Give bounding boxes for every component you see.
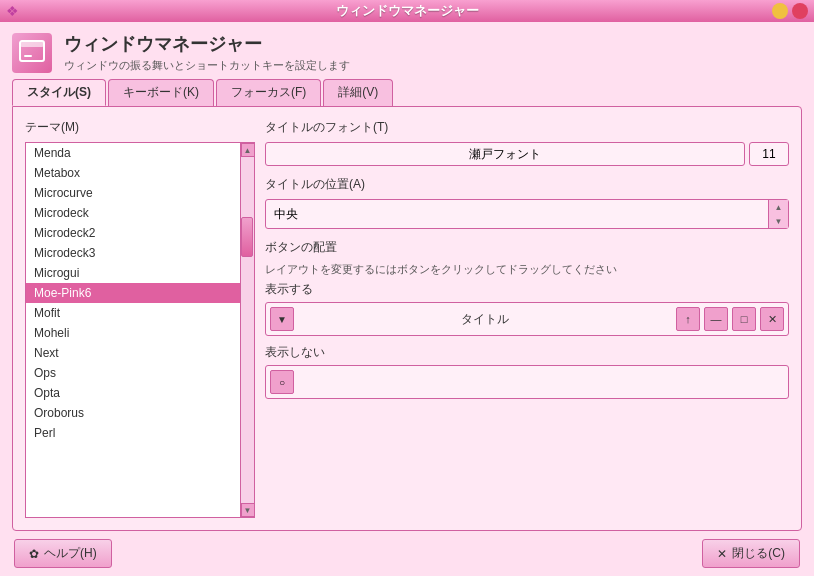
list-item[interactable]: Microdeck2 (26, 223, 240, 243)
button-arrangement-label: ボタンの配置 (265, 239, 789, 256)
app-title: ウィンドウマネージャー (64, 32, 350, 56)
theme-list[interactable]: MendaMetaboxMicrocurveMicrodeckMicrodeck… (26, 143, 240, 517)
arrow-down-btn[interactable]: ▼ (769, 214, 788, 228)
close-label: 閉じる(C) (732, 545, 785, 562)
minimize-button[interactable] (772, 3, 788, 19)
close-button[interactable]: ✕ 閉じる(C) (702, 539, 800, 568)
dropdown-btn[interactable]: ▼ (270, 307, 294, 331)
list-item[interactable]: Microdeck (26, 203, 240, 223)
help-button[interactable]: ✿ ヘルプ(H) (14, 539, 112, 568)
show-label: 表示する (265, 281, 789, 298)
arrangement-desc: レイアウトを変更するにはボタンをクリックしてドラッグしてください (265, 262, 789, 277)
app-icon (12, 33, 52, 73)
footer: ✿ ヘルプ(H) ✕ 閉じる(C) (0, 531, 814, 576)
titlebar: ❖ ウィンドウマネージャー (0, 0, 814, 22)
scrollbar: ▲ ▼ (240, 143, 254, 517)
app-title-block: ウィンドウマネージャー ウィンドウの振る舞いとショートカットキーを設定します (64, 32, 350, 73)
position-value: 中央 (266, 201, 768, 228)
btn-square-icon[interactable]: □ (732, 307, 756, 331)
list-item[interactable]: Moheli (26, 323, 240, 343)
list-item[interactable]: Microcurve (26, 183, 240, 203)
show-button-row: ▼ タイトル ↑ — □ ✕ (265, 302, 789, 336)
circle-btn[interactable]: ○ (270, 370, 294, 394)
list-item[interactable]: Mofit (26, 303, 240, 323)
theme-list-container: MendaMetaboxMicrocurveMicrodeckMicrodeck… (25, 142, 255, 518)
btn-up-icon[interactable]: ↑ (676, 307, 700, 331)
theme-section-label: テーマ(M) (25, 119, 255, 136)
arrow-up-btn[interactable]: ▲ (769, 200, 788, 214)
app-icon-small: ❖ (6, 3, 19, 19)
position-section-label: タイトルの位置(A) (265, 176, 789, 193)
right-panel: タイトルのフォント(T) タイトルの位置(A) 中央 ▲ ▼ (265, 119, 789, 518)
app-header: ウィンドウマネージャー ウィンドウの振る舞いとショートカットキーを設定します (0, 22, 814, 79)
svg-rect-2 (24, 55, 32, 57)
button-arrangement-section: ボタンの配置 レイアウトを変更するにはボタンをクリックしてドラッグしてください … (265, 239, 789, 399)
left-panel: テーマ(M) MendaMetaboxMicrocurveMicrodeckMi… (25, 119, 255, 518)
hide-label: 表示しない (265, 344, 789, 361)
main-window: ウィンドウマネージャー ウィンドウの振る舞いとショートカットキーを設定します ス… (0, 22, 814, 576)
tab-detail[interactable]: 詳細(V) (323, 79, 393, 106)
btn-minus-icon[interactable]: — (704, 307, 728, 331)
scroll-down-btn[interactable]: ▼ (241, 503, 255, 517)
tab-focus[interactable]: フォーカス(F) (216, 79, 321, 106)
app-subtitle: ウィンドウの振る舞いとショートカットキーを設定します (64, 58, 350, 73)
scroll-track (241, 157, 254, 503)
help-label: ヘルプ(H) (44, 545, 97, 562)
tab-style[interactable]: スタイル(S) (12, 79, 106, 106)
hide-button-row: ○ (265, 365, 789, 399)
list-item[interactable]: Ops (26, 363, 240, 383)
font-size-input[interactable] (749, 142, 789, 166)
title-label: タイトル (298, 311, 672, 328)
font-input[interactable] (265, 142, 745, 166)
list-item[interactable]: Microgui (26, 263, 240, 283)
help-icon: ✿ (29, 547, 39, 561)
btn-x-icon[interactable]: ✕ (760, 307, 784, 331)
font-section: タイトルのフォント(T) (265, 119, 789, 166)
list-item[interactable]: Moe-Pink6 (26, 283, 240, 303)
list-item[interactable]: Perl (26, 423, 240, 443)
content-area: テーマ(M) MendaMetaboxMicrocurveMicrodeckMi… (12, 106, 802, 531)
close-icon: ✕ (717, 547, 727, 561)
svg-rect-1 (20, 41, 44, 47)
position-section: タイトルの位置(A) 中央 ▲ ▼ (265, 176, 789, 229)
font-row (265, 142, 789, 166)
scroll-thumb[interactable] (241, 217, 253, 257)
list-item[interactable]: Menda (26, 143, 240, 163)
scroll-up-btn[interactable]: ▲ (241, 143, 255, 157)
font-section-label: タイトルのフォント(T) (265, 119, 789, 136)
list-item[interactable]: Next (26, 343, 240, 363)
tabs: スタイル(S) キーボード(K) フォーカス(F) 詳細(V) (0, 79, 814, 106)
close-button-titlebar[interactable] (792, 3, 808, 19)
titlebar-buttons (772, 3, 808, 19)
tab-keyboard[interactable]: キーボード(K) (108, 79, 214, 106)
titlebar-title: ウィンドウマネージャー (336, 2, 479, 20)
position-select[interactable]: 中央 ▲ ▼ (265, 199, 789, 229)
position-arrow[interactable]: ▲ ▼ (768, 200, 788, 228)
list-item[interactable]: Opta (26, 383, 240, 403)
list-item[interactable]: Oroborus (26, 403, 240, 423)
list-item[interactable]: Microdeck3 (26, 243, 240, 263)
list-item[interactable]: Metabox (26, 163, 240, 183)
